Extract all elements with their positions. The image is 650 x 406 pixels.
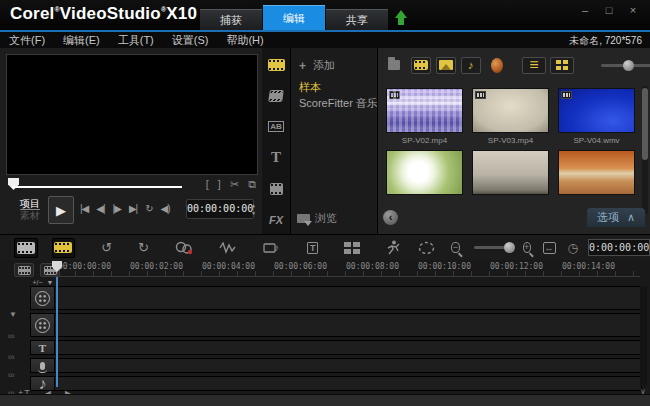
thumbnail-size-slider[interactable] xyxy=(601,64,650,67)
close-button[interactable]: × xyxy=(626,4,640,16)
gallery-scrollbar[interactable] xyxy=(642,86,648,214)
mark-in-button[interactable]: [ xyxy=(206,178,209,191)
project-duration-button[interactable]: ◷ xyxy=(568,241,578,255)
nav-filter-button[interactable]: FX xyxy=(265,211,287,228)
subtitle-editor-button[interactable]: T xyxy=(307,242,319,254)
overlay-track-header[interactable] xyxy=(30,313,55,337)
split-clip-button[interactable]: ✂ xyxy=(230,178,239,191)
previous-frame-button[interactable]: ◀| xyxy=(96,203,104,214)
lock-overlay-track-icon[interactable]: ∞ xyxy=(8,331,14,341)
sound-mixer-button[interactable] xyxy=(219,242,237,254)
split-screen-button[interactable] xyxy=(344,242,360,254)
slider-knob[interactable] xyxy=(504,242,515,253)
media-item: SP-V03.mp4 xyxy=(468,86,554,148)
repeat-button[interactable]: ↻ xyxy=(145,203,152,214)
thumbnail-sp-v02[interactable] xyxy=(386,88,463,133)
overlay-reel-icon xyxy=(35,318,50,333)
video-track-area[interactable] xyxy=(55,286,642,310)
menu-tools[interactable]: 工具(T) xyxy=(109,33,163,48)
go-start-button[interactable]: |◀ xyxy=(80,203,88,214)
list-view-button[interactable]: ≡ xyxy=(522,57,546,74)
title-track-area[interactable] xyxy=(55,340,642,355)
menu-settings[interactable]: 设置(S) xyxy=(163,33,218,48)
upgrade-arrow-icon[interactable] xyxy=(394,10,408,26)
menu-help[interactable]: 帮助(H) xyxy=(217,33,272,48)
title-track-header[interactable]: T xyxy=(30,340,55,355)
sphere-icon[interactable] xyxy=(491,58,503,73)
nav-title-button[interactable]: T xyxy=(265,149,287,166)
overlay-track-area[interactable] xyxy=(55,313,642,337)
menu-file[interactable]: 文件(F) xyxy=(0,33,54,48)
play-button[interactable]: ▶ xyxy=(48,196,74,224)
mode-clip-toggle[interactable]: 素材 xyxy=(20,210,40,221)
timeline-view-button[interactable] xyxy=(52,238,76,258)
zoom-out-button[interactable]: − xyxy=(451,242,459,253)
storyboard-icon xyxy=(17,242,35,254)
timeline-scrollbar[interactable]: ∨ xyxy=(640,286,647,386)
timeline-zoom-slider[interactable] xyxy=(474,246,513,249)
music-track-area[interactable] xyxy=(55,376,642,391)
ruler-label: 00:00:06:00 xyxy=(274,262,327,271)
options-button[interactable]: 选项 ∧ xyxy=(587,208,645,227)
minimize-button[interactable]: – xyxy=(578,4,592,16)
preview-video-area[interactable] xyxy=(6,54,258,175)
tab-edit[interactable]: 编辑 xyxy=(263,5,325,30)
show-all-tracks-button[interactable] xyxy=(14,263,34,277)
thumbnail-sp-v03[interactable] xyxy=(472,88,549,133)
menu-edit[interactable]: 编辑(E) xyxy=(54,33,109,48)
tab-capture[interactable]: 捕获 xyxy=(200,9,262,30)
thumbnail-view-button[interactable] xyxy=(550,57,574,74)
storyboard-view-button[interactable] xyxy=(14,238,38,258)
thumbnail-dandelion[interactable] xyxy=(386,150,463,195)
add-folder-button[interactable]: + 添加 xyxy=(299,58,335,73)
record-capture-button[interactable] xyxy=(175,241,193,255)
go-end-button[interactable]: ▶| xyxy=(129,203,137,214)
nav-transition-button[interactable]: AB xyxy=(265,118,287,135)
category-scorefitter[interactable]: ScoreFitter 音乐 xyxy=(299,96,378,111)
undo-button[interactable]: ↺ xyxy=(101,240,112,255)
video-track-header[interactable] xyxy=(30,286,55,310)
timecode-spinner[interactable]: ▲▼ xyxy=(252,201,255,217)
tab-share[interactable]: 共享 xyxy=(326,9,388,30)
folder-icon[interactable] xyxy=(388,60,400,70)
nav-media-button[interactable] xyxy=(265,56,287,73)
filter-audio-button[interactable]: ♪ xyxy=(461,57,481,74)
filter-videos-button[interactable] xyxy=(411,57,431,74)
timeline-timecode[interactable]: 0:00:00:00 xyxy=(588,239,650,256)
category-samples[interactable]: 样本 xyxy=(299,80,321,95)
thumbnail-fog-trees[interactable] xyxy=(472,150,549,195)
fit-project-button[interactable]: ↔ xyxy=(543,242,556,254)
lock-title-track-icon[interactable]: ∞ xyxy=(8,352,14,362)
mark-out-button[interactable]: ] xyxy=(218,178,221,191)
nav-instant-project-button[interactable] xyxy=(265,87,287,104)
track-manager-button[interactable]: +/−▼ xyxy=(30,278,56,286)
redo-button[interactable]: ↻ xyxy=(138,240,149,255)
enlarge-preview-button[interactable]: ⧉ xyxy=(248,178,256,191)
collapse-panel-button[interactable]: ‹ xyxy=(383,210,398,225)
scrubber-track[interactable] xyxy=(12,186,182,188)
voice-track-header[interactable] xyxy=(30,358,55,373)
volume-button[interactable]: ◀) xyxy=(161,203,170,214)
maximize-button[interactable]: □ xyxy=(602,4,616,16)
rail-dropdown-icon[interactable]: ▼ xyxy=(9,310,17,319)
timeline-ruler[interactable]: 00:00:00:00 00:00:02:00 00:00:04:00 00:0… xyxy=(55,260,640,277)
browse-button[interactable]: 浏览 xyxy=(297,211,337,226)
track-motion-button[interactable] xyxy=(418,241,435,255)
media-item: SP-V02.mp4 xyxy=(382,86,468,148)
thumbnail-desert[interactable] xyxy=(558,150,635,195)
gallery-scroll-thumb[interactable] xyxy=(642,88,648,160)
next-frame-button[interactable]: |▶ xyxy=(113,203,121,214)
voice-track-area[interactable] xyxy=(55,358,642,373)
lock-voice-track-icon[interactable]: ∞ xyxy=(8,370,14,380)
playhead-line[interactable] xyxy=(56,277,58,387)
slider-knob[interactable] xyxy=(623,60,634,71)
auto-music-button[interactable]: ♪ xyxy=(263,241,281,254)
nav-graphic-button[interactable] xyxy=(265,180,287,197)
thumbnail-sp-v04[interactable] xyxy=(558,88,635,133)
motion-tracking-button[interactable] xyxy=(386,240,400,255)
scrubber-handle[interactable] xyxy=(8,178,19,190)
zoom-in-button[interactable]: + xyxy=(523,242,531,253)
filter-photos-button[interactable] xyxy=(436,57,456,74)
mode-project-toggle[interactable]: 项目 xyxy=(20,198,40,210)
preview-timecode[interactable]: 00:00:00:00▲▼ xyxy=(186,199,254,219)
